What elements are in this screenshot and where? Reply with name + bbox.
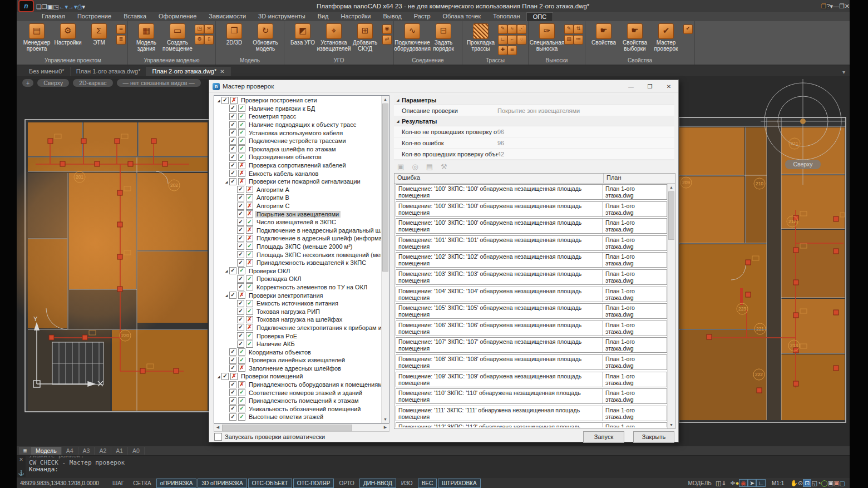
table-row[interactable]: Помещение: '108' ЗКПС: '108' обнаружена … — [396, 354, 667, 370]
ribbon-button[interactable]: ΣЭТМ — [83, 22, 115, 52]
table-row[interactable]: Помещение: '105' ЗКПС: '105' обнаружена … — [396, 303, 667, 319]
compass-label[interactable]: Сверху — [785, 160, 821, 169]
property-row[interactable]: Кол-во не прошедших проверку об...96 — [394, 126, 674, 137]
db-export-icon[interactable]: ≣ — [116, 35, 126, 45]
table-row[interactable]: Помещение: '110' ЗКПС: '110' обнаружена … — [396, 388, 667, 404]
enabled-checkbox-icon[interactable]: ✓ — [229, 413, 236, 421]
ribbon-tab-Вывод[interactable]: Вывод — [377, 12, 407, 21]
tree-item[interactable]: ✓✓Проверка линейных извещателей — [214, 356, 382, 364]
table-row[interactable]: Помещение: '102' ЗКПС: '102' обнаружена … — [396, 252, 667, 268]
tree-item[interactable]: ✓✓Токовая нагрузка РИП — [214, 307, 382, 316]
ribbon-tab-Вид[interactable]: Вид — [312, 12, 335, 21]
doctabs-overflow-chevron-icon[interactable]: ▾ — [842, 69, 845, 75]
toggle-ОРТО[interactable]: ОРТО — [335, 479, 358, 488]
table-row[interactable]: Помещение: '103' ЗКПС: '103' обнаружена … — [396, 269, 667, 285]
enabled-checkbox-icon[interactable]: ✓ — [237, 203, 244, 210]
maximize-icon[interactable]: ❐ — [839, 3, 845, 9]
fullscreen-icon[interactable]: ▢ — [840, 480, 845, 486]
layout-tab-A1[interactable]: A1 — [111, 447, 128, 455]
toggle-оПРИВЯЗКА[interactable]: оПРИВЯЗКА — [156, 479, 197, 488]
enabled-checkbox-icon[interactable]: ✓ — [229, 348, 236, 356]
ribbon-button[interactable]: ▦Модель здания — [131, 22, 162, 52]
ribbon-tab-ОПС[interactable]: ОПС — [526, 12, 553, 21]
annotation-scale[interactable]: М1:1 — [772, 480, 784, 486]
ribbon-tab-Облака точек[interactable]: Облака точек — [437, 12, 487, 21]
ribbon-button[interactable]: Прокладка трассы — [465, 22, 496, 52]
trace-corner-icon[interactable]: ∟ — [498, 35, 507, 45]
zoom-window-icon[interactable]: ◱ — [811, 480, 817, 486]
enabled-checkbox-icon[interactable]: ✓ — [229, 105, 236, 112]
layout-list-icon[interactable]: ≣ — [19, 447, 31, 455]
run-button[interactable]: Запуск — [583, 431, 624, 443]
ucs-dynamic-icon[interactable]: ∟ — [756, 479, 766, 487]
ribbon-button[interactable]: ⌖Установка извещателей — [318, 22, 349, 52]
column-header-plan[interactable]: План — [604, 174, 675, 183]
tree-item[interactable]: ◢✓✓Проверки ОКЛ — [214, 267, 382, 275]
enabled-checkbox-icon[interactable]: ✓ — [229, 121, 236, 129]
open-icon[interactable]: ❐ — [42, 3, 47, 10]
tree-item[interactable]: ✓✗Подключение в адресный шлейф (информац… — [214, 234, 382, 243]
annotation-icon[interactable]: ⇓ — [721, 480, 726, 486]
close-icon[interactable]: ✕ — [845, 3, 850, 9]
property-row[interactable]: Кол-во прошедших проверку объек...42 — [394, 149, 674, 160]
layout-tab-A0[interactable]: A0 — [128, 447, 145, 455]
ribbon-button[interactable]: ◩База УГО — [287, 22, 318, 52]
tree-item[interactable]: ✓✗Проверка сопротивлений кабелей — [214, 161, 382, 170]
leader-edit-icon[interactable]: ✎ — [564, 24, 574, 34]
tree-item[interactable]: ◢✓✗Проверки помещений — [214, 372, 382, 381]
enabled-checkbox-icon[interactable]: ✓ — [229, 389, 236, 396]
enabled-checkbox-icon[interactable]: ✓ — [237, 210, 244, 218]
selection-cycling-icon[interactable]: ✛ — [731, 480, 736, 486]
enabled-checkbox-icon[interactable]: ✓ — [229, 162, 236, 169]
save-as-icon[interactable]: ◳ — [53, 3, 58, 10]
enabled-checkbox-icon[interactable]: ✓ — [229, 178, 236, 185]
nanocad-logo-icon[interactable]: n — [18, 0, 34, 12]
table-row[interactable]: Помещение: '104' ЗКПС: '104' обнаружена … — [396, 287, 667, 302]
ugo-replace-icon[interactable]: ⇄ — [382, 35, 392, 45]
scroll-left-icon[interactable]: ◀ — [214, 424, 221, 431]
ribbon-tab-Построение[interactable]: Построение — [71, 12, 117, 21]
tree-item[interactable]: ✓✗Подключение электропитания к приборам … — [214, 324, 382, 332]
layout-tab-A2[interactable]: A2 — [95, 447, 111, 455]
scroll-down-icon[interactable]: ▼ — [382, 416, 389, 423]
undo-icon[interactable]: ← — [59, 3, 65, 10]
dialog-close-icon[interactable]: ✕ — [659, 81, 678, 92]
zoom-to-error-icon[interactable]: ◎ — [412, 162, 418, 171]
tree-item[interactable]: ✓✗Алгоритм C — [214, 202, 382, 210]
enabled-checkbox-icon[interactable]: ✓ — [221, 373, 229, 380]
trace-edit-icon[interactable]: ✎ — [498, 24, 507, 34]
enabled-checkbox-icon[interactable]: ✓ — [229, 364, 236, 372]
tree-item[interactable]: ✓✓Подключение устройств трассами — [214, 137, 382, 145]
dialog-maximize-icon[interactable]: ❐ — [640, 81, 659, 92]
tree-item[interactable]: ✓✓Принадлежность помещений к этажам — [214, 397, 382, 405]
lock-ui-icon[interactable]: ◉ — [739, 479, 748, 487]
ribbon-tab-Топоплан[interactable]: Топоплан — [487, 12, 526, 21]
model-space-label[interactable]: МОДЕЛЬ — [688, 480, 711, 486]
new-file-icon[interactable]: ❏ — [36, 3, 42, 10]
redo-icon[interactable]: → — [68, 3, 74, 10]
tree-item[interactable]: ✓✗Покрытие зон извещателями — [214, 210, 382, 218]
enabled-checkbox-icon[interactable]: ✓ — [237, 243, 244, 250]
enabled-checkbox-icon[interactable]: ✓ — [237, 275, 244, 283]
visual-style-pill[interactable]: 2D-каркас — [73, 79, 112, 87]
toggle-ШАГ[interactable]: ШАГ — [108, 479, 128, 488]
ribbon-button[interactable]: ⚙Настройки — [52, 22, 83, 52]
column-icon[interactable]: ▯ — [204, 35, 214, 45]
ribbon-tab-Зависимости[interactable]: Зависимости — [203, 12, 252, 21]
tree-item[interactable]: ◢✓✗Проверки построения сети — [214, 96, 382, 105]
command-history[interactable]: Укажите рамкой:CW_CHECK - Мастер проверо… — [26, 455, 850, 477]
viewport-lock-icon[interactable]: ◫ — [716, 480, 721, 486]
table-row[interactable]: Помещение: '112' ЗКПС: '112' обнаружена … — [396, 422, 667, 427]
enabled-checkbox-icon[interactable]: ✓ — [229, 113, 236, 120]
layout-tab-A3[interactable]: A3 — [78, 447, 95, 455]
tree-item[interactable]: ✓✗Принадлежность извещателей к ЗКПС — [214, 259, 382, 267]
leader-table-icon[interactable]: ▤ — [564, 35, 574, 45]
close-icon[interactable]: ✕ — [19, 457, 23, 462]
tree-item[interactable]: ✓✓Площадь ЗКПС (меньше 2000 м²) — [214, 243, 382, 251]
enabled-checkbox-icon[interactable]: ✓ — [237, 194, 244, 201]
tree-item[interactable]: ✓✗Заполнение адресных шлейфов — [214, 364, 382, 373]
tree-item[interactable]: ✓✓Наличие привязки к БД — [214, 105, 382, 113]
tree-item[interactable]: ✓✓Прокладка шлейфа по этажам — [214, 145, 382, 154]
tree-scroll-thumb[interactable] — [382, 103, 388, 272]
ribbon-button[interactable]: ☛Свойства — [588, 22, 619, 52]
